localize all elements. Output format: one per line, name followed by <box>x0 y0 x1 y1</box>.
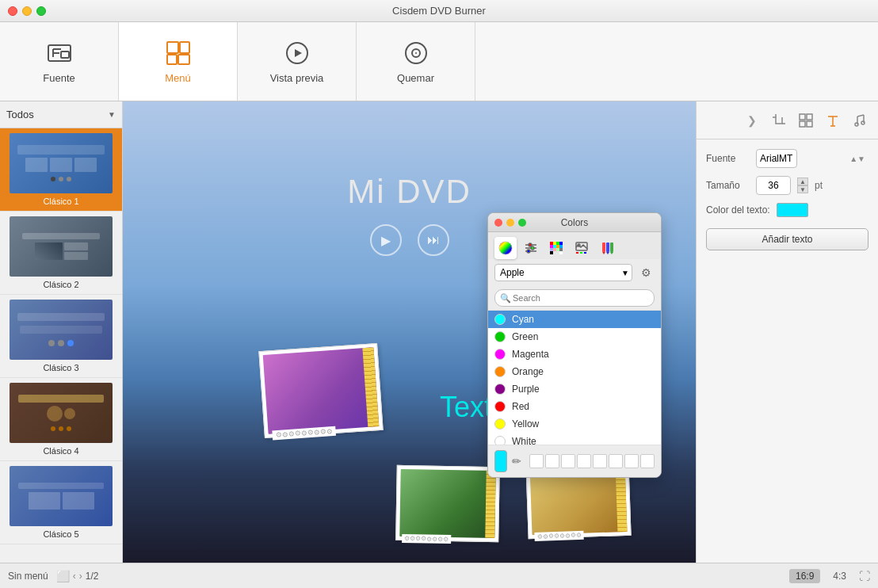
sidebar-item-label-3: Clásico 3 <box>43 363 78 372</box>
popup-category-select-wrap: Apple ▼ <box>494 264 632 281</box>
svg-rect-55 <box>610 242 613 252</box>
palette-tab[interactable] <box>545 237 567 259</box>
color-item-cyan[interactable]: Cyan <box>488 311 661 328</box>
popup-zoom-button[interactable] <box>518 219 526 227</box>
cyan-color-dot <box>494 314 506 325</box>
prev-page-button[interactable]: ‹ <box>73 571 76 582</box>
maximize-button[interactable] <box>36 6 46 16</box>
swatch-2[interactable] <box>545 454 559 468</box>
color-wheel-tab[interactable] <box>494 237 517 259</box>
size-input[interactable] <box>756 176 791 195</box>
color-item-purple[interactable]: Purple <box>488 380 661 398</box>
popup-close-button[interactable] <box>494 219 502 227</box>
popup-tabs <box>488 232 661 259</box>
text-icon[interactable] <box>823 110 843 131</box>
color-item-magenta[interactable]: Magenta <box>488 346 661 363</box>
popup-minimize-button[interactable] <box>506 219 514 227</box>
sidebar-dropdown-arrow-icon: ▼ <box>108 110 116 119</box>
size-row: Tamaño ▲ ▼ pt <box>706 176 868 195</box>
svg-rect-46 <box>550 251 553 254</box>
next-page-button[interactable]: › <box>79 571 82 582</box>
grid-icon[interactable] <box>796 110 816 131</box>
color-item-white[interactable]: White <box>488 433 661 445</box>
font-select[interactable]: ArialMT <box>756 149 797 168</box>
color-item-orange[interactable]: Orange <box>488 363 661 380</box>
sidebar-item-clasico-4[interactable]: Clásico 4 <box>0 378 122 461</box>
font-select-wrap: ArialMT ▲▼ <box>756 149 868 168</box>
crop-icon[interactable] <box>769 110 789 131</box>
sidebar-item-clasico-1[interactable]: Clásico 1 <box>0 128 122 212</box>
sidebar-item-clasico-2[interactable]: Clásico 2 <box>0 212 122 295</box>
ratio-4-3-button[interactable]: 4:3 <box>826 569 853 583</box>
color-item-yellow[interactable]: Yellow <box>488 415 661 433</box>
svg-rect-41 <box>559 245 563 248</box>
page-info: 1/2 <box>86 571 99 582</box>
toolbar-item-fuente[interactable]: Fuente <box>0 22 119 101</box>
popup-category-select[interactable]: Apple <box>494 264 632 281</box>
svg-rect-6 <box>180 42 189 53</box>
svg-rect-4 <box>61 52 69 58</box>
swatch-1[interactable] <box>529 454 544 468</box>
next-button[interactable]: ⏭ <box>418 224 449 256</box>
purple-label: Purple <box>512 384 540 395</box>
svg-point-33 <box>527 250 530 253</box>
size-up-button[interactable]: ▲ <box>797 178 808 185</box>
dvd-title-text[interactable]: Mi DVD <box>347 173 471 211</box>
color-item-green[interactable]: Green <box>488 328 661 346</box>
svg-marker-57 <box>606 252 609 254</box>
size-down-button[interactable]: ▼ <box>797 185 808 193</box>
magenta-label: Magenta <box>512 349 549 360</box>
main-layout: Todos ▼ <box>0 101 878 563</box>
app-title: Cisdem DVD Burner <box>392 5 486 17</box>
toolbar-label-fuente: Fuente <box>43 72 74 84</box>
sidebar-header[interactable]: Todos ▼ <box>0 101 122 128</box>
color-swatch[interactable] <box>777 203 808 217</box>
font-select-arrow-icon: ▲▼ <box>849 155 865 163</box>
sidebar-item-label-2: Clásico 2 <box>43 280 78 289</box>
yellow-color-dot <box>494 418 506 430</box>
swatch-8[interactable] <box>640 454 655 468</box>
popup-gear-icon[interactable]: ⚙ <box>637 264 655 281</box>
image-tab[interactable] <box>571 237 593 259</box>
sidebar-item-clasico-5[interactable]: Clásico 5 <box>0 461 122 544</box>
popup-swatches-grid <box>529 454 655 468</box>
swatch-4[interactable] <box>577 454 591 468</box>
close-button[interactable] <box>8 6 17 16</box>
ratio-16-9-button[interactable]: 16:9 <box>789 569 820 583</box>
color-row: Color del texto: <box>706 203 868 217</box>
swatch-7[interactable] <box>624 454 639 468</box>
svg-rect-38 <box>550 245 553 248</box>
collapse-arrow-icon[interactable]: ❯ <box>742 110 762 131</box>
purple-color-dot <box>494 384 506 395</box>
no-menu-label: Sin menú <box>8 571 48 582</box>
sidebar: Todos ▼ <box>0 101 123 563</box>
play-button[interactable]: ▶ <box>370 224 402 256</box>
svg-rect-36 <box>556 242 559 245</box>
toolbar-label-vista: Vista previa <box>270 72 324 84</box>
toolbar-item-menu[interactable]: Menú <box>119 22 238 101</box>
font-label: Fuente <box>706 153 750 164</box>
sliders-tab[interactable] <box>520 237 542 259</box>
music-icon[interactable] <box>849 110 870 131</box>
cyan-label: Cyan <box>512 314 534 325</box>
color-item-red[interactable]: Red <box>488 398 661 415</box>
toolbar-item-vista-previa[interactable]: Vista previa <box>238 22 357 101</box>
swatch-3[interactable] <box>561 454 575 468</box>
color-search-input[interactable] <box>494 289 655 307</box>
sidebar-item-clasico-3[interactable]: Clásico 3 <box>0 295 122 378</box>
toolbar-item-quemar[interactable]: Quemar <box>357 22 475 101</box>
svg-point-27 <box>499 242 512 254</box>
font-row: Fuente ArialMT ▲▼ <box>706 149 868 168</box>
thumbnail-card-1: ⚙⚙⚙⚙⚙⚙⚙⚙⚙ <box>258 343 383 438</box>
popup-selected-color-swatch[interactable] <box>494 450 507 472</box>
screen-icon[interactable]: ⛶ <box>859 570 870 582</box>
add-text-button[interactable]: Añadir texto <box>706 228 868 250</box>
page-icon: ⬜ <box>56 570 70 582</box>
eyedropper-icon[interactable]: ✏ <box>512 452 521 471</box>
popup-title: Colors <box>561 217 589 228</box>
swatch-6[interactable] <box>609 454 623 468</box>
swatch-5[interactable] <box>593 454 607 468</box>
crayon-tab[interactable] <box>596 237 618 259</box>
minimize-button[interactable] <box>22 6 32 16</box>
svg-point-13 <box>415 52 417 54</box>
